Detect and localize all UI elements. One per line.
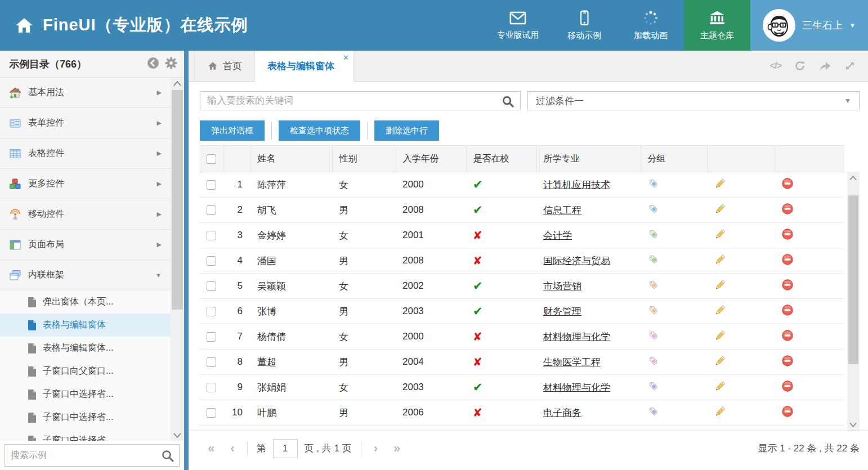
row-checkbox[interactable] [207, 332, 216, 342]
row-checkbox[interactable] [207, 281, 216, 291]
major-link[interactable]: 会计学 [543, 230, 572, 241]
tab-close-icon[interactable]: ✕ [343, 53, 349, 62]
group-tag-icon[interactable] [647, 355, 659, 366]
table-row[interactable]: 10叶鹏男2006✘电子商务 [200, 400, 844, 426]
prev-page-button[interactable]: ‹ [222, 442, 242, 455]
share-icon[interactable] [818, 60, 832, 71]
group-tag-icon[interactable] [647, 177, 659, 189]
first-page-button[interactable]: « [200, 442, 222, 455]
delete-row-button[interactable] [781, 304, 794, 316]
delete-row-button[interactable] [781, 405, 794, 418]
edit-pencil-button[interactable] [714, 279, 726, 291]
row-checkbox[interactable] [207, 231, 216, 240]
delete-row-button[interactable] [781, 177, 794, 190]
delete-row-button[interactable] [781, 355, 794, 367]
table-row[interactable]: 7杨倩倩女2000✘材料物理与化学 [200, 324, 844, 350]
edit-pencil-button[interactable] [714, 329, 726, 342]
scroll-down-icon[interactable] [849, 419, 857, 429]
row-checkbox[interactable] [207, 180, 216, 190]
sidebar-subitem[interactable]: 子窗口向父窗口... [0, 360, 171, 383]
row-checkbox[interactable] [207, 205, 216, 215]
table-row[interactable]: 8董超男2004✘生物医学工程 [200, 350, 844, 375]
major-link[interactable]: 国际经济与贸易 [543, 256, 610, 266]
filter-dropdown[interactable]: 过滤条件一 ▼ [527, 91, 860, 110]
refresh-icon[interactable] [794, 60, 806, 72]
table-row[interactable]: 1陈萍萍女2000✔计算机应用技术 [200, 172, 844, 198]
table-row[interactable]: 4潘国男2008✘国际经济与贸易 [200, 248, 844, 274]
expand-icon[interactable] [844, 60, 856, 71]
nav-loading[interactable]: 加载动画 [618, 0, 684, 51]
keyword-search-input[interactable] [200, 92, 520, 110]
delete-row-button[interactable] [781, 431, 794, 431]
edit-pencil-button[interactable] [714, 405, 726, 418]
scroll-up-icon[interactable] [171, 78, 184, 89]
group-tag-icon[interactable] [647, 304, 659, 316]
delete-row-button[interactable] [781, 228, 794, 240]
major-link[interactable]: 财务管理 [543, 306, 581, 317]
sidebar-subitem[interactable]: 子窗口中选择省... [0, 383, 171, 406]
user-menu[interactable]: 三生石上 ▼ [750, 0, 868, 51]
edit-pencil-button[interactable] [714, 355, 726, 367]
delete-row-button[interactable] [781, 329, 794, 342]
major-link[interactable]: 信息工程 [543, 205, 581, 216]
group-tag-icon[interactable] [647, 203, 659, 214]
tab-home[interactable]: 首页 [194, 51, 255, 81]
nav-theme-repo[interactable]: 主题仓库 [684, 0, 750, 51]
table-row[interactable]: 2胡飞男2008✔信息工程 [200, 198, 844, 223]
open-dialog-button[interactable]: 弹出对话框 [200, 120, 265, 141]
last-page-button[interactable]: » [386, 442, 408, 455]
edit-pencil-button[interactable] [714, 431, 726, 431]
group-tag-icon[interactable] [647, 279, 659, 290]
table-row[interactable]: 3金婷婷女2001✘会计学 [200, 223, 844, 248]
group-tag-icon[interactable] [647, 228, 659, 240]
table-row[interactable]: 5吴颖颖女2002✔市场营销 [200, 274, 844, 299]
delete-selected-button[interactable]: 删除选中行 [374, 120, 439, 141]
edit-pencil-button[interactable] [714, 177, 726, 190]
edit-pencil-button[interactable] [714, 380, 726, 392]
gear-icon[interactable] [165, 57, 177, 71]
collapse-back-icon[interactable] [147, 57, 159, 71]
sidebar-item-basic[interactable]: 基本用法▶ [0, 78, 171, 108]
sidebar-subitem[interactable]: 表格与编辑窗体 [0, 314, 171, 337]
group-tag-icon[interactable] [647, 253, 659, 265]
group-tag-icon[interactable] [647, 380, 659, 392]
sidebar-scrollbar[interactable] [171, 78, 184, 441]
major-link[interactable]: 电子商务 [543, 408, 581, 418]
sidebar-item-grid[interactable]: 表格控件▶ [0, 138, 171, 169]
table-row[interactable]: 11张晓晓女2002✔管理学 [200, 426, 844, 431]
nav-pro-trial[interactable]: 专业版试用 [485, 0, 551, 51]
delete-row-button[interactable] [781, 279, 794, 291]
table-row[interactable]: 6张博男2003✔财务管理 [200, 299, 844, 324]
check-selected-button[interactable]: 检查选中项状态 [279, 120, 360, 141]
sidebar-item-layout[interactable]: 页面布局▶ [0, 230, 171, 260]
sidebar-subitem[interactable]: 子窗口中选择省 [0, 429, 171, 441]
select-all-checkbox[interactable] [207, 154, 216, 164]
edit-pencil-button[interactable] [714, 203, 726, 215]
delete-row-button[interactable] [781, 380, 794, 392]
search-icon[interactable] [161, 449, 175, 465]
scroll-up-icon[interactable] [849, 173, 857, 183]
major-link[interactable]: 计算机应用技术 [543, 180, 610, 190]
sidebar-item-mobile[interactable]: 移动控件▶ [0, 199, 171, 230]
view-source-icon[interactable]: </> [770, 61, 781, 71]
sidebar-item-more[interactable]: 更多控件▶ [0, 169, 171, 199]
major-link[interactable]: 材料物理与化学 [543, 382, 610, 393]
row-checkbox[interactable] [207, 408, 216, 418]
table-row[interactable]: 9张娟娟女2003✔材料物理与化学 [200, 375, 844, 400]
major-link[interactable]: 材料物理与化学 [543, 332, 610, 342]
group-tag-icon[interactable] [647, 329, 659, 341]
major-link[interactable]: 市场营销 [543, 281, 581, 292]
sidebar-splitter[interactable] [184, 51, 189, 470]
edit-pencil-button[interactable] [714, 253, 726, 266]
major-link[interactable]: 生物医学工程 [543, 357, 601, 368]
next-page-button[interactable]: › [366, 442, 386, 455]
delete-row-button[interactable] [781, 203, 794, 215]
table-scrollbar[interactable] [847, 172, 860, 431]
sidebar-subitem[interactable]: 弹出窗体（本页... [0, 290, 171, 314]
nav-mobile-demo[interactable]: 移动示例 [551, 0, 618, 51]
row-checkbox[interactable] [207, 307, 216, 316]
sidebar-subitem[interactable]: 子窗口中选择省... [0, 406, 171, 429]
search-icon[interactable] [502, 95, 514, 110]
delete-row-button[interactable] [781, 253, 794, 266]
page-number-input[interactable] [273, 439, 298, 458]
